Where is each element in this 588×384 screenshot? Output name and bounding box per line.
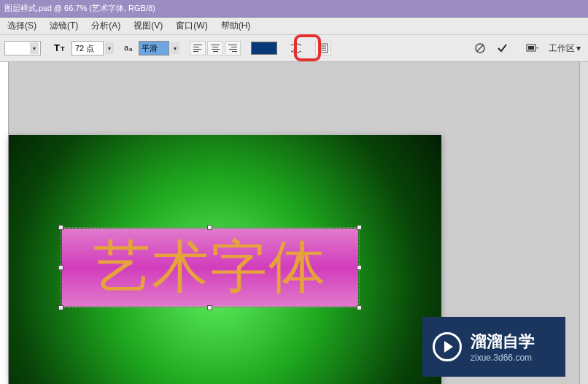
svg-line-10 [477,45,483,51]
watermark: 溜溜自学 zixue.3d66.com [422,317,565,377]
workspace-label: 工作区 [549,42,575,55]
watermark-text: 溜溜自学 zixue.3d66.com [471,331,535,363]
svg-text:T: T [61,45,65,53]
menu-filter[interactable]: 滤镜(T) [47,18,81,34]
watermark-title: 溜溜自学 [471,331,535,353]
vertical-ruler [0,62,9,384]
transform-handle-top-right[interactable] [357,225,362,230]
antialias-icon: aa [124,42,136,54]
font-family-dropdown[interactable]: ▾ [4,41,41,55]
font-size-input[interactable]: 72 点 [71,41,104,55]
panel-dock[interactable] [579,62,588,384]
svg-rect-12 [528,46,534,50]
transform-handle-bottom-center[interactable] [207,305,212,310]
cancel-icon [474,42,486,54]
character-panel-button[interactable] [315,41,331,55]
warp-text-icon: I [290,42,303,54]
svg-text:a: a [129,46,133,53]
antialias-field: 平滑 ▾ [139,41,179,55]
dropdown-arrow-icon: ▾ [30,42,39,54]
transform-handle-bottom-right[interactable] [357,305,362,310]
text-color-swatch[interactable] [251,42,277,55]
menu-window[interactable]: 窗口(W) [173,18,210,34]
menu-analysis[interactable]: 分析(A) [88,18,123,34]
menu-help[interactable]: 帮助(H) [218,18,254,34]
watermark-logo-icon [433,332,462,361]
commit-button[interactable] [493,39,511,57]
watermark-url: zixue.3d66.com [471,353,535,363]
align-right-button[interactable] [225,41,241,55]
screen-mode-icon [526,43,539,53]
menu-bar: 选择(S) 滤镜(T) 分析(A) 视图(V) 窗口(W) 帮助(H) [0,18,588,35]
cancel-button[interactable] [471,39,489,57]
art-text-content[interactable]: 艺术字体 [93,229,327,306]
play-icon [444,341,453,353]
view-options-button[interactable] [524,39,541,57]
warp-text-button[interactable]: I [287,39,305,57]
text-align-group [190,41,241,55]
menu-view[interactable]: 视图(V) [131,18,166,34]
text-layer-bounding-box[interactable]: 艺术字体 [62,229,358,307]
transform-handle-mid-right[interactable] [357,265,362,270]
options-bar: ▾ TT 72 点 ▾ aa 平滑 ▾ [0,35,588,62]
font-size-field: 72 点 ▾ [71,41,114,55]
text-size-icon-button[interactable]: TT [51,39,69,57]
transform-handle-top-left[interactable] [58,225,63,230]
transform-handle-top-center[interactable] [207,225,212,230]
checkmark-icon [496,42,508,54]
align-center-button[interactable] [207,41,223,55]
workspace-dropdown[interactable]: 工作区 ▾ [546,41,584,55]
svg-text:I: I [293,45,295,53]
align-left-button[interactable] [190,41,206,55]
title-bar: 图层样式.psd @ 66.7% (艺术字体, RGB/8) [0,0,588,18]
antialias-dropdown-arrow[interactable]: ▾ [171,42,179,54]
workspace-arrow-icon: ▾ [576,43,581,53]
options-right-section: 工作区 ▾ [471,39,584,57]
document-canvas[interactable]: 艺术字体 [9,135,441,384]
svg-text:a: a [124,43,129,52]
transform-handle-bottom-left[interactable] [58,305,63,310]
svg-text:T: T [54,42,60,53]
menu-select[interactable]: 选择(S) [4,18,39,34]
transform-handle-mid-left[interactable] [58,265,63,270]
document-title: 图层样式.psd @ 66.7% (艺术字体, RGB/8) [4,3,155,14]
panel-icon [318,43,328,53]
antialias-select[interactable]: 平滑 [139,41,169,55]
text-size-icon: TT [54,42,66,55]
font-size-dropdown-arrow[interactable]: ▾ [105,42,114,54]
